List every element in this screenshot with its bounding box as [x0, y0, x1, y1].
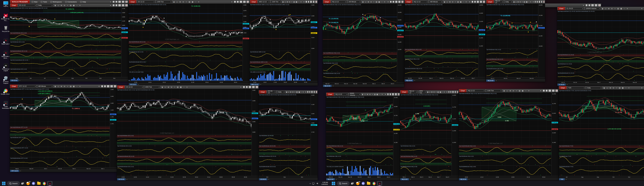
layout-preset-icon[interactable] [306, 1, 307, 3]
layout-preset-icon[interactable] [450, 91, 451, 93]
market-analyzer-icon[interactable]: ▦ [376, 94, 378, 95]
indicators-icon[interactable]: ~ [301, 91, 302, 93]
chart-canvas[interactable]: T2: (3,981.00)hpcPatternsIndicator (ES 1… [128, 4, 250, 83]
crosshair-icon[interactable]: + [185, 1, 188, 3]
taskbar-clock[interactable]: 6:08 AM12/8/2022 [321, 181, 328, 185]
minimize-button[interactable]: – [107, 85, 109, 87]
data-box-icon[interactable]: ▤ [293, 1, 295, 3]
indicators-icon[interactable]: ~ [625, 87, 627, 89]
layout-preset-icon[interactable] [237, 1, 239, 3]
interval-select[interactable]: 4000 Tick▾ [418, 91, 426, 94]
minimize-button[interactable]: – [240, 1, 242, 3]
window-titlebar[interactable]: ChartES 12-22▾Daily▾▮◇⊕⊖+▤▦~≡▾–□× [10, 4, 128, 7]
layout-preset-icon[interactable] [390, 1, 392, 3]
taskbar-icon-weather[interactable]: 30° [26, 181, 30, 185]
add-tab-button[interactable]: + [409, 178, 412, 180]
chart-style-icon[interactable]: ▮ [362, 94, 364, 95]
maximize-button[interactable]: □ [313, 1, 314, 3]
data-box-icon[interactable]: ▤ [374, 94, 376, 95]
chart-style-icon[interactable]: ▮ [282, 1, 284, 3]
drawing-tools-icon[interactable]: ◇ [604, 8, 607, 10]
data-box-icon[interactable]: ▤ [296, 91, 298, 93]
instrument-select[interactable]: ES 03-23▾ [267, 91, 276, 94]
hidden-icons-chevron[interactable]: ∧ [310, 183, 311, 184]
minimize-button[interactable]: – [591, 4, 594, 7]
indicators-icon[interactable]: ~ [194, 1, 197, 3]
template-chevron-icon[interactable]: ▾ [469, 1, 471, 3]
market-analyzer-icon[interactable]: ▦ [526, 1, 528, 3]
zoom-out-icon[interactable]: ⊖ [520, 1, 521, 3]
market-analyzer-icon[interactable]: ▦ [73, 5, 75, 6]
market-analyzer-icon[interactable]: ▦ [73, 85, 75, 87]
layout-preset-icon[interactable] [543, 90, 545, 92]
drawing-tools-icon[interactable]: ◇ [164, 86, 166, 88]
add-tab-button[interactable]: + [19, 80, 21, 81]
drawing-tools-icon[interactable]: ◇ [57, 85, 60, 87]
properties-icon[interactable]: ≡ [628, 87, 630, 89]
chart-style-icon[interactable]: ▮ [514, 1, 514, 3]
minimize-button[interactable]: – [539, 1, 540, 3]
layout-preset-icon[interactable] [116, 5, 117, 6]
template-chevron-icon[interactable]: ▾ [305, 91, 306, 93]
drawing-tools-icon[interactable]: ◇ [429, 91, 430, 93]
desktop-icon-pc-0[interactable]: This PC [1, 1, 11, 7]
window-titlebar[interactable]: ChartNQ 12-22▾4000 Tick▾▮◇⊕⊖+▤▦~≡▾–□× [400, 90, 459, 94]
window-titlebar[interactable]: Chart^VIX▾Daily▾▮◇⊕⊖+▤▦~≡▾–□× [559, 86, 644, 90]
layout-preset-icon[interactable] [387, 94, 389, 95]
interval-select[interactable]: 1000 Tick▾ [156, 1, 172, 3]
chart-canvas[interactable]: 0.7861.618 (BC)hpcPatternsIndicator (NQ … [400, 94, 459, 178]
maximize-button[interactable]: □ [243, 1, 246, 3]
instrument-select[interactable]: NQ 12-22▾ [494, 1, 504, 3]
data-box-icon[interactable]: ▤ [70, 5, 72, 6]
close-button[interactable]: × [598, 4, 601, 7]
close-button[interactable]: × [457, 91, 458, 93]
menu-connections[interactable]: Connections [64, 0, 78, 3]
taskbar-icon-task-view[interactable] [350, 181, 355, 185]
add-tab-button[interactable]: + [414, 80, 416, 81]
taskbar-icon-teams[interactable] [361, 181, 366, 185]
chart-tab[interactable]: Chart [486, 0, 494, 4]
close-button[interactable]: × [483, 1, 485, 3]
window-titlebar[interactable]: ChartNQ 12-22▾240 Minute▾▮◇⊕⊖+▤▦~≡▾–□× [323, 0, 404, 4]
layout-preset-icon[interactable] [537, 1, 538, 3]
layout-preset-icon[interactable] [104, 85, 106, 87]
zoom-in-icon[interactable]: ⊕ [167, 86, 170, 88]
template-chevron-icon[interactable]: ▾ [387, 1, 389, 3]
properties-icon[interactable]: ≡ [303, 91, 304, 93]
data-box-icon[interactable]: ▤ [437, 91, 439, 93]
layout-preset-icon[interactable] [546, 90, 548, 92]
market-analyzer-icon[interactable]: ▦ [192, 1, 194, 3]
zoom-in-icon[interactable]: ⊕ [449, 1, 451, 3]
chart-canvas[interactable]: 1.272 AB=CD (19.06)T1: (22.16)hpcPattern… [559, 90, 644, 178]
chart-canvas[interactable]: T2: (11,508.25)T1: (11,630.50)hpcPattern… [323, 4, 404, 85]
instrument-select[interactable]: NQ 12-22▾ [413, 1, 428, 3]
zoom-out-icon[interactable]: ⊖ [452, 1, 454, 3]
chart-tab[interactable]: Chart [405, 0, 412, 4]
interval-select[interactable]: 480 Minute▾ [429, 1, 443, 3]
window-titlebar[interactable]: ChartES 03-23▾Daily▾▮◇⊕⊖+▤▦~≡▾–□× [259, 90, 318, 94]
indicators-icon[interactable]: ~ [76, 5, 78, 6]
properties-icon[interactable]: ≡ [444, 91, 445, 93]
crosshair-icon[interactable]: + [522, 1, 523, 3]
zoom-out-icon[interactable]: ⊖ [292, 91, 294, 93]
indicators-icon[interactable]: ~ [623, 8, 626, 10]
chart-tab[interactable]: Chart [10, 4, 18, 7]
drawing-tools-icon[interactable]: ◇ [364, 94, 366, 95]
maximize-button[interactable]: □ [122, 1, 124, 3]
instrument-tab[interactable]: ES 12-22 [10, 79, 18, 81]
close-button[interactable]: × [398, 93, 400, 96]
instrument-select[interactable]: CL 03-23▾ [566, 7, 584, 10]
indicators-icon[interactable]: ~ [76, 85, 78, 87]
properties-icon[interactable]: ≡ [198, 1, 200, 3]
chart-style-icon[interactable]: ▮ [444, 1, 446, 3]
add-tab-button[interactable]: + [268, 178, 270, 180]
taskbar-icon-ninjatrader[interactable]: N [377, 181, 382, 186]
maximize-button[interactable]: □ [552, 90, 554, 92]
layout-preset-icon[interactable] [234, 1, 236, 3]
interval-select[interactable]: Daily▾ [277, 91, 286, 94]
crosshair-icon[interactable]: + [174, 86, 176, 88]
template-chevron-icon[interactable]: ▾ [582, 5, 584, 6]
indicators-icon[interactable]: ~ [298, 1, 300, 3]
layout-preset-icon[interactable] [448, 91, 450, 93]
chart-tab[interactable]: Chart [558, 7, 565, 10]
